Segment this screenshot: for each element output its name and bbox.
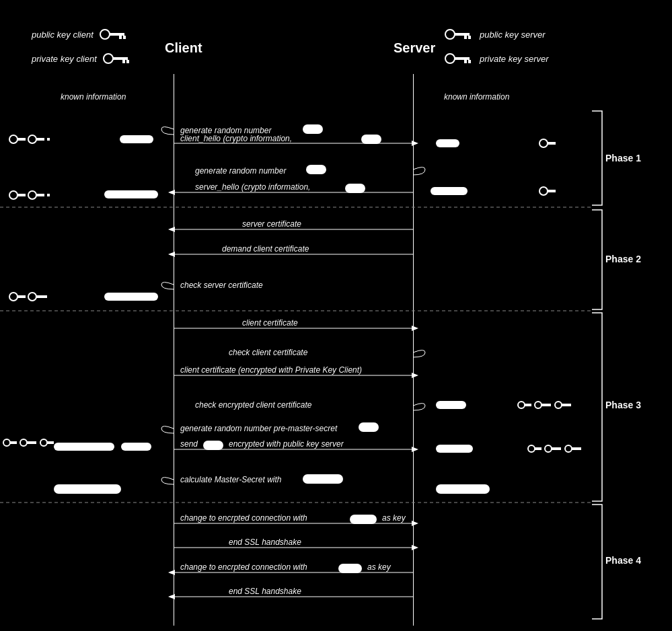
svg-point-12 [445, 54, 455, 63]
svg-rect-83 [562, 404, 568, 406]
svg-rect-37 [548, 142, 556, 145]
server-privkey-icon [444, 52, 474, 65]
svg-text:client certificate (encrypted : client certificate (encrypted with Priva… [180, 365, 362, 375]
svg-point-62 [9, 293, 17, 301]
server-privkey-row: private key server [444, 52, 549, 65]
svg-rect-44 [345, 184, 365, 193]
svg-point-36 [539, 139, 548, 147]
svg-point-64 [28, 293, 36, 301]
svg-point-31 [28, 135, 36, 143]
svg-text:calculate Master-Secret with: calculate Master-Secret with [180, 475, 282, 484]
svg-rect-7 [126, 60, 129, 63]
svg-rect-9 [455, 33, 470, 36]
svg-text:Phase 4: Phase 4 [605, 555, 641, 566]
known-info-client: known information [61, 92, 126, 102]
svg-rect-28 [361, 135, 381, 144]
svg-rect-103 [535, 447, 542, 450]
svg-text:server certificate: server certificate [242, 219, 301, 229]
svg-rect-40 [306, 165, 326, 174]
svg-text:as key: as key [382, 513, 406, 523]
svg-rect-99 [203, 441, 223, 450]
svg-point-0 [100, 30, 110, 39]
svg-point-47 [28, 191, 36, 199]
svg-text:check client certificate: check client certificate [229, 348, 308, 357]
client-privkey-row: private key client [32, 52, 133, 65]
svg-rect-111 [303, 474, 343, 484]
svg-rect-91 [34, 441, 36, 444]
svg-rect-113 [436, 484, 490, 494]
svg-rect-106 [558, 447, 561, 450]
svg-point-89 [20, 439, 27, 446]
svg-point-45 [9, 191, 17, 199]
svg-text:encrypted with public key serv: encrypted with public key server [229, 439, 344, 449]
svg-text:check server certificate: check server certificate [180, 281, 263, 290]
svg-rect-51 [431, 187, 468, 195]
server-pubkey-label: public key server [480, 30, 546, 40]
svg-rect-50 [104, 190, 158, 198]
svg-rect-105 [552, 447, 558, 450]
known-info-server: known information [444, 92, 509, 102]
svg-rect-48 [36, 194, 44, 196]
svg-rect-49 [47, 194, 50, 196]
svg-point-77 [518, 402, 525, 408]
svg-point-29 [9, 135, 17, 143]
svg-rect-53 [548, 190, 556, 192]
svg-text:client certificate: client certificate [242, 318, 298, 328]
svg-text:change to encrpted connection : change to encrpted connection with [180, 513, 307, 523]
svg-rect-94 [54, 443, 114, 451]
svg-point-52 [539, 187, 548, 195]
svg-rect-95 [121, 443, 151, 451]
svg-rect-54 [552, 190, 554, 192]
svg-rect-67 [104, 293, 158, 301]
client-pubkey-label: public key client [32, 30, 94, 40]
svg-rect-108 [572, 447, 578, 450]
svg-rect-14 [464, 60, 467, 63]
svg-text:generate random number: generate random number [180, 126, 272, 135]
server-column-label: Server [394, 40, 435, 56]
svg-rect-63 [17, 295, 26, 298]
svg-rect-33 [47, 138, 50, 141]
svg-rect-24 [303, 124, 323, 134]
svg-rect-80 [542, 404, 548, 406]
svg-rect-38 [552, 142, 554, 145]
svg-point-79 [535, 402, 542, 408]
svg-text:as key: as key [367, 562, 391, 572]
server-privkey-label: private key server [480, 54, 549, 64]
svg-rect-84 [568, 404, 571, 406]
svg-rect-101 [436, 445, 473, 453]
client-privkey-label: private key client [32, 54, 97, 64]
svg-rect-35 [436, 139, 459, 147]
svg-rect-66 [44, 295, 47, 298]
svg-point-4 [104, 54, 113, 63]
svg-rect-117 [350, 515, 377, 524]
svg-text:check encrypted client certifi: check encrypted client certificate [195, 400, 312, 410]
svg-rect-81 [548, 404, 551, 406]
svg-rect-78 [525, 404, 531, 406]
server-pubkey-row: public key server [444, 28, 546, 40]
svg-rect-6 [122, 60, 125, 63]
svg-rect-65 [36, 295, 44, 298]
svg-rect-76 [436, 401, 466, 409]
svg-rect-13 [455, 57, 470, 60]
ssl-handshake-diagram: public key client private key client pub… [0, 0, 672, 631]
svg-rect-32 [36, 138, 44, 141]
svg-text:send: send [180, 439, 198, 449]
svg-rect-109 [578, 447, 581, 450]
svg-rect-86 [359, 422, 379, 432]
svg-text:generate random number pre-mas: generate random number pre-master-secret [180, 424, 338, 433]
svg-rect-90 [27, 441, 34, 444]
svg-rect-34 [120, 135, 153, 143]
svg-text:end SSL handshake: end SSL handshake [229, 587, 301, 596]
svg-rect-93 [47, 441, 54, 444]
svg-text:server_hello (crypto informati: server_hello (crypto information, [195, 182, 310, 192]
svg-point-8 [445, 30, 455, 39]
client-pubkey-icon [99, 28, 129, 40]
svg-rect-5 [113, 57, 128, 60]
server-pubkey-icon [444, 28, 474, 40]
svg-text:demand client certificate: demand client certificate [222, 244, 309, 254]
svg-text:change to encrpted connection : change to encrpted connection with [180, 562, 307, 572]
svg-text:Phase 1: Phase 1 [605, 153, 641, 163]
svg-point-92 [40, 439, 47, 446]
server-vertical-line [413, 74, 414, 626]
client-vertical-line [174, 74, 174, 626]
